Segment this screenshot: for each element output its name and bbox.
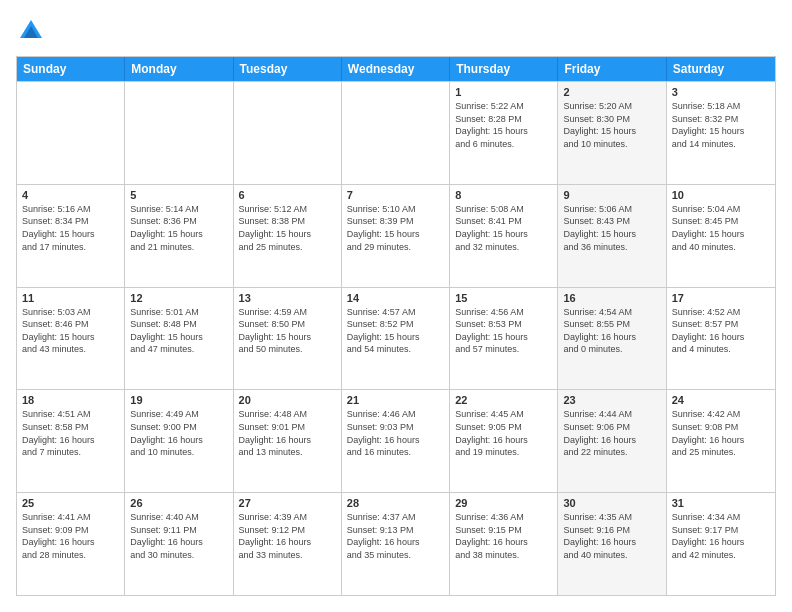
day-cell-18: 18Sunrise: 4:51 AMSunset: 8:58 PMDayligh…: [17, 390, 125, 492]
day-number: 5: [130, 189, 227, 201]
day-info: Sunrise: 4:57 AMSunset: 8:52 PMDaylight:…: [347, 306, 444, 356]
day-number: 17: [672, 292, 770, 304]
header: [16, 16, 776, 46]
day-info: Sunrise: 4:44 AMSunset: 9:06 PMDaylight:…: [563, 408, 660, 458]
page: SundayMondayTuesdayWednesdayThursdayFrid…: [0, 0, 792, 612]
day-number: 13: [239, 292, 336, 304]
day-info: Sunrise: 5:12 AMSunset: 8:38 PMDaylight:…: [239, 203, 336, 253]
day-number: 8: [455, 189, 552, 201]
day-number: 22: [455, 394, 552, 406]
day-info: Sunrise: 5:01 AMSunset: 8:48 PMDaylight:…: [130, 306, 227, 356]
day-number: 30: [563, 497, 660, 509]
day-number: 3: [672, 86, 770, 98]
empty-cell-0-0: [17, 82, 125, 184]
day-cell-29: 29Sunrise: 4:36 AMSunset: 9:15 PMDayligh…: [450, 493, 558, 595]
day-cell-24: 24Sunrise: 4:42 AMSunset: 9:08 PMDayligh…: [667, 390, 775, 492]
day-number: 29: [455, 497, 552, 509]
day-info: Sunrise: 4:40 AMSunset: 9:11 PMDaylight:…: [130, 511, 227, 561]
day-cell-7: 7Sunrise: 5:10 AMSunset: 8:39 PMDaylight…: [342, 185, 450, 287]
day-number: 20: [239, 394, 336, 406]
day-number: 6: [239, 189, 336, 201]
day-cell-30: 30Sunrise: 4:35 AMSunset: 9:16 PMDayligh…: [558, 493, 666, 595]
day-cell-14: 14Sunrise: 4:57 AMSunset: 8:52 PMDayligh…: [342, 288, 450, 390]
day-number: 1: [455, 86, 552, 98]
day-cell-12: 12Sunrise: 5:01 AMSunset: 8:48 PMDayligh…: [125, 288, 233, 390]
day-number: 15: [455, 292, 552, 304]
day-info: Sunrise: 4:42 AMSunset: 9:08 PMDaylight:…: [672, 408, 770, 458]
day-cell-23: 23Sunrise: 4:44 AMSunset: 9:06 PMDayligh…: [558, 390, 666, 492]
day-info: Sunrise: 5:16 AMSunset: 8:34 PMDaylight:…: [22, 203, 119, 253]
day-info: Sunrise: 4:45 AMSunset: 9:05 PMDaylight:…: [455, 408, 552, 458]
day-number: 23: [563, 394, 660, 406]
day-info: Sunrise: 4:59 AMSunset: 8:50 PMDaylight:…: [239, 306, 336, 356]
empty-cell-0-1: [125, 82, 233, 184]
day-number: 2: [563, 86, 660, 98]
logo: [16, 16, 50, 46]
weekday-header-wednesday: Wednesday: [342, 57, 450, 81]
day-number: 10: [672, 189, 770, 201]
day-cell-4: 4Sunrise: 5:16 AMSunset: 8:34 PMDaylight…: [17, 185, 125, 287]
day-info: Sunrise: 5:06 AMSunset: 8:43 PMDaylight:…: [563, 203, 660, 253]
day-cell-28: 28Sunrise: 4:37 AMSunset: 9:13 PMDayligh…: [342, 493, 450, 595]
day-number: 27: [239, 497, 336, 509]
calendar-row-3: 18Sunrise: 4:51 AMSunset: 8:58 PMDayligh…: [17, 389, 775, 492]
empty-cell-0-3: [342, 82, 450, 184]
day-cell-19: 19Sunrise: 4:49 AMSunset: 9:00 PMDayligh…: [125, 390, 233, 492]
day-cell-16: 16Sunrise: 4:54 AMSunset: 8:55 PMDayligh…: [558, 288, 666, 390]
day-info: Sunrise: 5:20 AMSunset: 8:30 PMDaylight:…: [563, 100, 660, 150]
day-number: 24: [672, 394, 770, 406]
day-info: Sunrise: 5:10 AMSunset: 8:39 PMDaylight:…: [347, 203, 444, 253]
day-info: Sunrise: 4:48 AMSunset: 9:01 PMDaylight:…: [239, 408, 336, 458]
day-number: 19: [130, 394, 227, 406]
calendar-row-0: 1Sunrise: 5:22 AMSunset: 8:28 PMDaylight…: [17, 81, 775, 184]
weekday-header-monday: Monday: [125, 57, 233, 81]
day-cell-8: 8Sunrise: 5:08 AMSunset: 8:41 PMDaylight…: [450, 185, 558, 287]
weekday-header-tuesday: Tuesday: [234, 57, 342, 81]
day-cell-6: 6Sunrise: 5:12 AMSunset: 8:38 PMDaylight…: [234, 185, 342, 287]
day-info: Sunrise: 5:22 AMSunset: 8:28 PMDaylight:…: [455, 100, 552, 150]
day-number: 18: [22, 394, 119, 406]
day-cell-3: 3Sunrise: 5:18 AMSunset: 8:32 PMDaylight…: [667, 82, 775, 184]
day-cell-10: 10Sunrise: 5:04 AMSunset: 8:45 PMDayligh…: [667, 185, 775, 287]
day-number: 4: [22, 189, 119, 201]
day-cell-17: 17Sunrise: 4:52 AMSunset: 8:57 PMDayligh…: [667, 288, 775, 390]
day-cell-13: 13Sunrise: 4:59 AMSunset: 8:50 PMDayligh…: [234, 288, 342, 390]
day-cell-1: 1Sunrise: 5:22 AMSunset: 8:28 PMDaylight…: [450, 82, 558, 184]
day-info: Sunrise: 5:08 AMSunset: 8:41 PMDaylight:…: [455, 203, 552, 253]
calendar-row-4: 25Sunrise: 4:41 AMSunset: 9:09 PMDayligh…: [17, 492, 775, 595]
weekday-header-saturday: Saturday: [667, 57, 775, 81]
weekday-header-sunday: Sunday: [17, 57, 125, 81]
day-number: 11: [22, 292, 119, 304]
day-info: Sunrise: 5:04 AMSunset: 8:45 PMDaylight:…: [672, 203, 770, 253]
day-info: Sunrise: 4:36 AMSunset: 9:15 PMDaylight:…: [455, 511, 552, 561]
day-info: Sunrise: 4:56 AMSunset: 8:53 PMDaylight:…: [455, 306, 552, 356]
day-cell-26: 26Sunrise: 4:40 AMSunset: 9:11 PMDayligh…: [125, 493, 233, 595]
day-number: 21: [347, 394, 444, 406]
day-number: 31: [672, 497, 770, 509]
day-number: 25: [22, 497, 119, 509]
calendar-body: 1Sunrise: 5:22 AMSunset: 8:28 PMDaylight…: [17, 81, 775, 595]
empty-cell-0-2: [234, 82, 342, 184]
day-info: Sunrise: 4:34 AMSunset: 9:17 PMDaylight:…: [672, 511, 770, 561]
weekday-header-thursday: Thursday: [450, 57, 558, 81]
calendar: SundayMondayTuesdayWednesdayThursdayFrid…: [16, 56, 776, 596]
day-number: 28: [347, 497, 444, 509]
day-cell-9: 9Sunrise: 5:06 AMSunset: 8:43 PMDaylight…: [558, 185, 666, 287]
day-cell-15: 15Sunrise: 4:56 AMSunset: 8:53 PMDayligh…: [450, 288, 558, 390]
day-cell-21: 21Sunrise: 4:46 AMSunset: 9:03 PMDayligh…: [342, 390, 450, 492]
day-info: Sunrise: 5:18 AMSunset: 8:32 PMDaylight:…: [672, 100, 770, 150]
day-info: Sunrise: 4:41 AMSunset: 9:09 PMDaylight:…: [22, 511, 119, 561]
day-cell-22: 22Sunrise: 4:45 AMSunset: 9:05 PMDayligh…: [450, 390, 558, 492]
calendar-header: SundayMondayTuesdayWednesdayThursdayFrid…: [17, 57, 775, 81]
day-number: 7: [347, 189, 444, 201]
day-cell-11: 11Sunrise: 5:03 AMSunset: 8:46 PMDayligh…: [17, 288, 125, 390]
day-cell-2: 2Sunrise: 5:20 AMSunset: 8:30 PMDaylight…: [558, 82, 666, 184]
day-info: Sunrise: 4:35 AMSunset: 9:16 PMDaylight:…: [563, 511, 660, 561]
day-info: Sunrise: 4:54 AMSunset: 8:55 PMDaylight:…: [563, 306, 660, 356]
day-info: Sunrise: 4:46 AMSunset: 9:03 PMDaylight:…: [347, 408, 444, 458]
day-info: Sunrise: 5:14 AMSunset: 8:36 PMDaylight:…: [130, 203, 227, 253]
weekday-header-friday: Friday: [558, 57, 666, 81]
day-info: Sunrise: 5:03 AMSunset: 8:46 PMDaylight:…: [22, 306, 119, 356]
calendar-row-1: 4Sunrise: 5:16 AMSunset: 8:34 PMDaylight…: [17, 184, 775, 287]
day-number: 12: [130, 292, 227, 304]
